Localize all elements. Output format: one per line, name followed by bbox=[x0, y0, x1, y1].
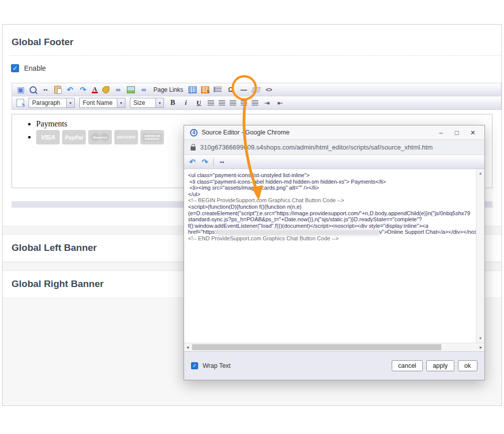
paragraph-select[interactable]: Paragraph▾ bbox=[29, 98, 75, 108]
window-title: Source Editor - Google Chrome bbox=[202, 129, 431, 136]
lock-icon bbox=[191, 147, 196, 151]
code-line: <!-- BEGIN ProvideSupport.com Graphics C… bbox=[188, 197, 472, 204]
scrollbar-thumb[interactable] bbox=[192, 344, 441, 350]
source-editor-body: <ul class="payment-icons list-unstyled l… bbox=[184, 169, 484, 343]
page-title: Global Footer bbox=[12, 37, 501, 48]
payment-card-label: DISCOVER bbox=[117, 135, 135, 139]
wrap-text-checkbox[interactable]: ✓ bbox=[191, 362, 198, 369]
payment-card-mastercard: MasterCard bbox=[88, 130, 112, 144]
source-code-icon[interactable]: <> bbox=[264, 85, 273, 94]
code-line: <script>(function(D){function f(){functi… bbox=[188, 204, 472, 210]
horizontal-rule-icon[interactable]: — bbox=[239, 85, 248, 94]
scroll-left-icon[interactable]: ◄ bbox=[184, 345, 191, 350]
code-line: standard-sync.js?ps_h=POAB&ps_t="+Date.n… bbox=[188, 216, 472, 223]
wrap-text-label: Wrap Text bbox=[203, 362, 231, 369]
payment-card-label: MasterCard bbox=[93, 136, 107, 139]
minimize-button[interactable]: – bbox=[435, 129, 446, 136]
source-editor-footer: ✓ Wrap Text cancelapplyok bbox=[184, 351, 484, 380]
fullscreen-icon[interactable]: ▣ bbox=[17, 85, 25, 94]
editor-toolbar-row2: Paragraph▾Font Name▾Size▾BiU⇥⇤ bbox=[12, 96, 501, 110]
size-select[interactable]: Size▾ bbox=[130, 98, 164, 108]
divider bbox=[10, 55, 501, 56]
source-code-editor[interactable]: <ul class="payment-icons list-unstyled l… bbox=[184, 169, 476, 343]
undo-icon[interactable]: ↶ bbox=[188, 158, 197, 166]
payment-card-amex: AMERICAN EXPRESS bbox=[140, 130, 164, 144]
image-icon[interactable] bbox=[127, 86, 135, 93]
bold-button[interactable]: B bbox=[169, 99, 177, 107]
find-icon[interactable] bbox=[218, 158, 226, 166]
window-title-bar: 4 Source Editor - Google Chrome –□✕ bbox=[184, 125, 484, 140]
editor-toolbar-row1: ▣↶↷A∞∞Page LinksΩ—<> bbox=[12, 83, 501, 96]
special-char-icon[interactable]: Ω bbox=[226, 85, 235, 94]
vertical-scrollbar[interactable]: ▲ ▼ bbox=[476, 169, 484, 343]
cancel-button[interactable]: cancel bbox=[392, 360, 423, 371]
eraser-icon[interactable] bbox=[252, 87, 261, 92]
toolbar-separator bbox=[213, 158, 214, 166]
redo-icon[interactable]: ↷ bbox=[79, 85, 87, 94]
source-editor-window: 4 Source Editor - Google Chrome –□✕ 310g… bbox=[184, 125, 485, 380]
undo-icon[interactable]: ↶ bbox=[66, 85, 74, 94]
outdent-button[interactable]: ⇤ bbox=[276, 99, 284, 107]
edit-source-icon[interactable] bbox=[17, 99, 24, 107]
chevron-down-icon[interactable]: ▾ bbox=[66, 98, 74, 107]
payment-card-visa: VISA bbox=[36, 130, 60, 144]
font-name-select-value: Font Name bbox=[80, 98, 117, 107]
find-icon[interactable] bbox=[41, 85, 50, 94]
italic-button[interactable]: i bbox=[182, 99, 190, 107]
ink-color-icon[interactable] bbox=[102, 86, 109, 93]
code-text: href="https:/ bbox=[188, 229, 218, 235]
editor-toolbars: ▣↶↷A∞∞Page LinksΩ—<> Paragraph▾Font Name… bbox=[12, 83, 501, 110]
enable-label: Enable bbox=[24, 64, 46, 72]
code-line: <!-- END ProvideSupport.com Graphics Cha… bbox=[188, 235, 472, 242]
page-links-icon[interactable]: ∞ bbox=[139, 85, 148, 94]
window-controls: –□✕ bbox=[435, 129, 478, 136]
size-select-value: Size bbox=[130, 98, 155, 107]
enable-row: ✓ Enable bbox=[11, 64, 501, 72]
horizontal-scrollbar[interactable]: ◄ ► bbox=[184, 343, 484, 351]
link-icon[interactable]: ∞ bbox=[114, 85, 122, 94]
enable-checkbox[interactable]: ✓ bbox=[11, 64, 19, 72]
ordered-list-button[interactable] bbox=[241, 100, 247, 105]
preview-icon[interactable] bbox=[30, 86, 37, 93]
payment-card-discover: DISCOVER bbox=[114, 130, 138, 144]
ok-button[interactable]: ok bbox=[458, 360, 477, 371]
table-edit-icon[interactable] bbox=[201, 86, 209, 93]
font-color-icon[interactable]: A bbox=[92, 86, 98, 93]
payment-card-label: VISA bbox=[41, 133, 55, 141]
page: { "sections": { "global_footer": { "titl… bbox=[0, 0, 504, 434]
page-links-label: Page Links bbox=[153, 86, 183, 93]
indent-button[interactable]: ⇥ bbox=[263, 99, 271, 107]
align-right-button[interactable] bbox=[230, 100, 236, 105]
code-line: </ul> bbox=[188, 191, 472, 198]
payment-card-label: PayPal bbox=[65, 134, 83, 140]
block-properties-icon[interactable] bbox=[214, 87, 222, 92]
redacted-text bbox=[218, 230, 379, 235]
address-bar: 310g67366699609.s4shops.com/admin/html_e… bbox=[184, 140, 484, 155]
table-icon[interactable] bbox=[189, 86, 197, 93]
align-left-button[interactable] bbox=[208, 100, 214, 105]
scroll-down-icon[interactable]: ▼ bbox=[476, 336, 484, 341]
apply-button[interactable]: apply bbox=[426, 360, 454, 371]
font-name-select[interactable]: Font Name▾ bbox=[79, 98, 125, 108]
chevron-down-icon[interactable]: ▾ bbox=[155, 98, 163, 107]
chevron-down-icon[interactable]: ▾ bbox=[117, 98, 125, 107]
code-line: <ul class="payment-icons list-unstyled l… bbox=[188, 172, 472, 179]
maximize-button[interactable]: □ bbox=[451, 129, 462, 136]
close-button[interactable]: ✕ bbox=[467, 129, 478, 136]
code-text: v">Online Support Chat</a></div></noscri… bbox=[379, 229, 476, 235]
code-line: href="https:/v">Online Support Chat</a><… bbox=[188, 229, 472, 235]
scroll-right-icon[interactable]: ► bbox=[477, 345, 484, 350]
code-line: <li><img src="assets/images/cards.png" a… bbox=[188, 185, 472, 191]
scroll-up-icon[interactable]: ▲ bbox=[476, 171, 484, 176]
redo-icon[interactable]: ↷ bbox=[201, 158, 209, 166]
code-line: f():window.addEventListener("load",f)})(… bbox=[188, 223, 472, 229]
payment-card-label: AMERICAN EXPRESS bbox=[142, 133, 161, 141]
unordered-list-button[interactable] bbox=[252, 100, 258, 105]
underline-button[interactable]: U bbox=[195, 99, 203, 107]
align-center-button[interactable] bbox=[219, 100, 225, 105]
source-editor-toolbar: ↶↷ bbox=[184, 155, 484, 169]
code-line: <li class="payment-icons-label hidden-md… bbox=[188, 179, 472, 185]
paragraph-select-value: Paragraph bbox=[29, 98, 66, 107]
paste-icon[interactable] bbox=[54, 86, 61, 94]
payment-card-paypal: PayPal bbox=[62, 130, 86, 144]
